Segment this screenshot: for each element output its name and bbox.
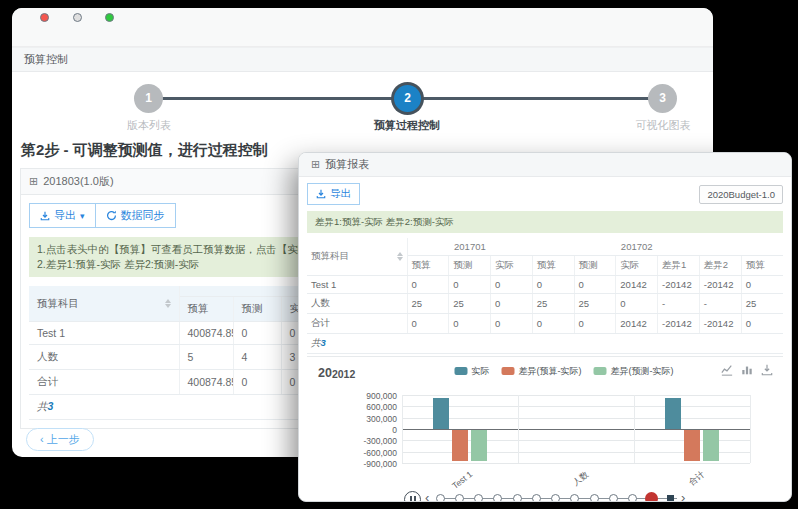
export-button[interactable]: 导出 ▾ [29, 203, 96, 228]
chart-legend: 实际差异(预算-实际)差异(预测-实际) [455, 365, 674, 378]
column-header-name[interactable]: 预算科目 [29, 286, 179, 322]
bar-chart-icon[interactable] [741, 364, 753, 376]
value-cell: 20142 [616, 275, 658, 293]
step-2-label: 预算过程控制 [347, 118, 467, 133]
value-cell: 0 [616, 293, 658, 313]
step-2-circle[interactable]: 2 [394, 85, 421, 112]
timeline-point-202007[interactable] [551, 494, 560, 502]
value-cell: 0 [233, 322, 281, 345]
timeline-point-202002[interactable] [455, 494, 464, 502]
report-title: 预算报表 [325, 158, 369, 170]
timeline-point-202011[interactable] [628, 494, 637, 502]
sort-icon[interactable] [165, 299, 171, 308]
column-header-预测[interactable]: 预测 [233, 297, 281, 322]
timeline-point-summary[interactable] [667, 495, 674, 502]
maximize-window-icon[interactable] [105, 13, 114, 22]
timeline-point-202012[interactable] [645, 492, 658, 502]
timeline-point-202003[interactable] [474, 494, 483, 502]
total-count: 3 [48, 400, 54, 412]
value-cell: - [699, 293, 741, 313]
legend-item-实际[interactable]: 实际 [455, 365, 490, 378]
value-cell: 0 [449, 313, 491, 333]
column-header-实际[interactable]: 实际 [491, 255, 533, 275]
y-tick-label: 900,000 [307, 391, 397, 401]
vertical-gridline [518, 395, 519, 463]
column-header-预算[interactable]: 预算 [179, 297, 233, 322]
data-sync-button[interactable]: 数据同步 [95, 203, 176, 228]
value-cell: 400874.85 [179, 370, 233, 395]
table-icon: ⊞ [29, 175, 38, 187]
timeline-point-202009[interactable] [590, 494, 599, 502]
value-cell: -20142 [658, 275, 700, 293]
value-cell: 0 [233, 370, 281, 395]
sort-icon[interactable] [397, 252, 403, 261]
table-footer-row: 共3 [307, 333, 783, 353]
total-prefix: 共 [311, 337, 321, 348]
y-tick-label: -300,000 [307, 436, 397, 446]
line-chart-icon[interactable] [721, 364, 733, 376]
legend-label: 实际 [472, 365, 490, 378]
month-group-header [741, 238, 783, 256]
timeline-point-202004[interactable] [493, 494, 502, 502]
previous-step-button[interactable]: ‹ 上一步 [26, 428, 94, 451]
column-header-预测[interactable]: 预测 [449, 255, 491, 275]
minimize-window-icon[interactable] [73, 13, 82, 22]
legend-item-差异(预算-实际)[interactable]: 差异(预算-实际) [502, 365, 582, 378]
gridline [402, 395, 750, 396]
column-header-实际[interactable]: 实际 [616, 255, 658, 275]
table-row: Test 10000020142-20142-201420 [307, 275, 783, 293]
total-prefix: 共 [37, 400, 48, 412]
total-count: 3 [321, 337, 326, 348]
value-cell: 0 [491, 293, 533, 313]
column-header-预算[interactable]: 预算 [532, 255, 574, 275]
chevron-down-icon: ▾ [80, 213, 85, 219]
diff-note-alert: 差异1:预算-实际 差异2:预测-实际 [307, 211, 783, 233]
legend-item-差异(预测-实际)[interactable]: 差异(预测-实际) [594, 365, 674, 378]
download-icon [316, 189, 326, 199]
legend-swatch [502, 367, 515, 375]
value-cell: 0 [491, 313, 533, 333]
chart-toolbox [721, 364, 773, 376]
month-group-header: 201702 [532, 238, 741, 256]
download-icon [40, 211, 50, 221]
column-header-差异1[interactable]: 差异1 [658, 255, 700, 275]
column-header-预测[interactable]: 预测 [574, 255, 616, 275]
report-export-button[interactable]: 导出 [307, 183, 360, 205]
y-tick-label: -900,000 [307, 459, 397, 469]
y-tick-label: 300,000 [307, 414, 397, 424]
timeline-next-icon[interactable]: › [681, 490, 685, 502]
table-icon: ⊞ [311, 158, 320, 170]
gridline [402, 406, 750, 407]
timeline-point-202001[interactable] [436, 494, 445, 502]
value-cell: -20142 [699, 275, 741, 293]
row-name-cell: 人数 [29, 345, 179, 370]
chevron-left-icon: ‹ [40, 433, 44, 445]
step-1-circle[interactable]: 1 [134, 84, 163, 113]
timeline-prev-icon[interactable]: ‹ [425, 490, 429, 502]
column-header-name[interactable]: 预算科目 [307, 238, 407, 276]
value-cell: 20142 [616, 313, 658, 333]
timeline-point-202008[interactable] [570, 494, 579, 502]
column-header-差异2[interactable]: 差异2 [699, 255, 741, 275]
value-cell: 0 [449, 275, 491, 293]
report-table: 预算科目201701201702预算预测实际预算预测实际差异1差异2预算Test… [307, 238, 783, 354]
close-window-icon[interactable] [40, 13, 49, 22]
save-image-icon[interactable] [761, 364, 773, 376]
toolbar: 导出 ▾ 数据同步 [29, 203, 176, 228]
step-3-circle[interactable]: 3 [648, 84, 677, 113]
step-1-label: 版本列表 [89, 118, 209, 133]
value-cell: 25 [532, 293, 574, 313]
budget-version-select[interactable]: 2020Budget-1.0 [699, 185, 783, 204]
value-cell: 0 [532, 313, 574, 333]
value-cell: 4 [233, 345, 281, 370]
timeline-point-202006[interactable] [532, 494, 541, 502]
timeline-point-202005[interactable] [513, 494, 522, 502]
window-titlebar [12, 8, 713, 47]
legend-swatch [594, 367, 607, 375]
bar-差异(预算-实际)-Test 1 [452, 430, 468, 461]
column-header-预算[interactable]: 预算 [741, 255, 783, 275]
timeline-pause-button[interactable] [404, 491, 421, 502]
timeline-point-202010[interactable] [609, 494, 618, 502]
legend-swatch [455, 367, 468, 375]
column-header-预算[interactable]: 预算 [407, 255, 449, 275]
